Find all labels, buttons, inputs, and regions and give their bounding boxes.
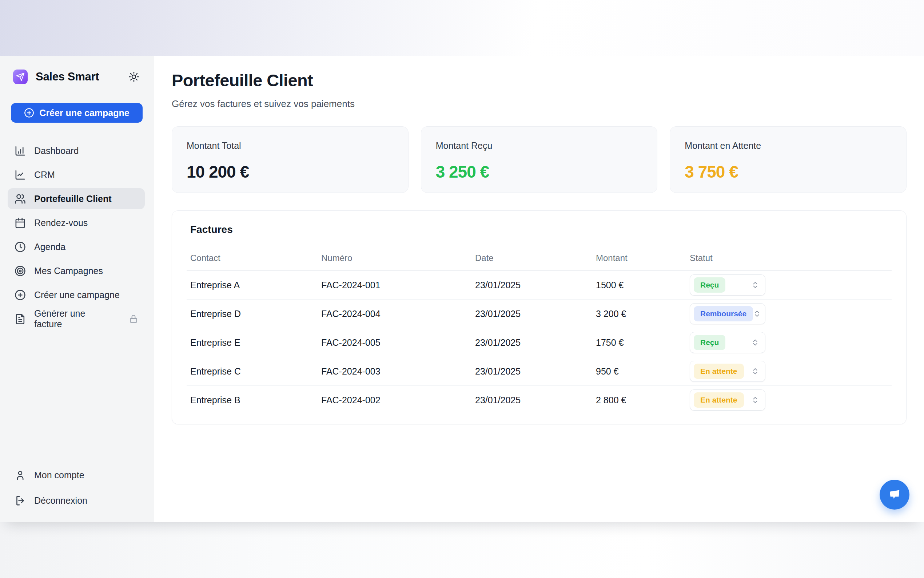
cell-numero: FAC-2024-004	[317, 300, 471, 328]
users-icon	[15, 193, 26, 205]
cell-montant: 950 €	[592, 357, 686, 386]
sidebar-item-mon-compte[interactable]: Mon compte	[8, 464, 145, 485]
plus-circle-icon	[15, 289, 26, 300]
sidebar-item-rendez-vous[interactable]: Rendez-vous	[8, 212, 145, 233]
stat-card-montant-attente: Montant en Attente 3 750 €	[670, 126, 906, 193]
sidebar-item-generer-facture[interactable]: Générer une facture	[8, 308, 145, 330]
chevron-up-down-icon	[751, 338, 759, 346]
status-badge: En attente	[694, 364, 744, 379]
cell-numero: FAC-2024-003	[317, 357, 471, 386]
column-header-statut: Statut	[686, 247, 892, 271]
calendar-icon	[15, 217, 26, 229]
invoices-title: Factures	[187, 224, 892, 235]
stat-value: 10 200 €	[187, 162, 393, 182]
sidebar-item-creer-campagne[interactable]: Créer une campagne	[8, 284, 145, 305]
cell-statut: Remboursée	[686, 300, 892, 328]
table-row: Entreprise C FAC-2024-003 23/01/2025 950…	[187, 357, 892, 386]
status-badge: En attente	[694, 392, 744, 408]
cell-statut: Reçu	[686, 271, 892, 300]
stat-label: Montant Total	[187, 141, 393, 151]
stat-value: 3 750 €	[685, 162, 892, 182]
sales-smart-logo-icon	[13, 70, 28, 84]
sidebar-item-label: Déconnexion	[34, 495, 87, 506]
stat-value: 3 250 €	[436, 162, 643, 182]
cell-numero: FAC-2024-002	[317, 386, 471, 414]
page-background-top	[0, 0, 924, 56]
sidebar-item-label: Portefeuille Client	[34, 194, 112, 204]
status-select[interactable]: Remboursée	[690, 303, 765, 324]
cell-statut: En attente	[686, 386, 892, 414]
sidebar: Sales Smart Créer une campagne Dashboard	[0, 56, 154, 522]
cell-statut: Reçu	[686, 328, 892, 357]
cell-montant: 1750 €	[592, 328, 686, 357]
table-row: Entreprise A FAC-2024-001 23/01/2025 150…	[187, 271, 892, 300]
sidebar-item-label: Mon compte	[34, 470, 84, 481]
cell-montant: 3 200 €	[592, 300, 686, 328]
sidebar-nav: Dashboard CRM Portefeuille Client Rendez…	[0, 140, 154, 330]
status-select[interactable]: Reçu	[690, 332, 765, 353]
table-row: Entreprise D FAC-2024-004 23/01/2025 3 2…	[187, 300, 892, 328]
cell-date: 23/01/2025	[471, 300, 592, 328]
sidebar-item-agenda[interactable]: Agenda	[8, 236, 145, 257]
stat-card-montant-recu: Montant Reçu 3 250 €	[421, 126, 658, 193]
page-background-bottom	[0, 522, 924, 578]
target-icon	[15, 265, 26, 277]
sidebar-item-mes-campagnes[interactable]: Mes Campagnes	[8, 260, 145, 281]
sidebar-item-portefeuille-client[interactable]: Portefeuille Client	[8, 188, 145, 209]
create-campaign-cta-button[interactable]: Créer une campagne	[11, 103, 142, 123]
create-campaign-cta-label: Créer une campagne	[39, 108, 129, 118]
cell-date: 23/01/2025	[471, 328, 592, 357]
theme-toggle-button[interactable]	[126, 69, 142, 85]
user-icon	[15, 469, 26, 481]
sidebar-item-label: Générer une facture	[34, 308, 112, 330]
table-row: Entreprise E FAC-2024-005 23/01/2025 175…	[187, 328, 892, 357]
status-select[interactable]: Reçu	[690, 274, 765, 295]
cell-date: 23/01/2025	[471, 271, 592, 300]
cell-contact: Entreprise E	[187, 328, 317, 357]
stats-row: Montant Total 10 200 € Montant Reçu 3 25…	[172, 126, 906, 193]
status-select[interactable]: En attente	[690, 390, 765, 411]
table-header-row: Contact Numéro Date Montant Statut	[187, 247, 892, 271]
table-row: Entreprise B FAC-2024-002 23/01/2025 2 8…	[187, 386, 892, 414]
lock-icon	[129, 314, 138, 323]
chevron-up-down-icon	[753, 310, 761, 318]
cell-contact: Entreprise B	[187, 386, 317, 414]
invoices-table: Contact Numéro Date Montant Statut Entre…	[187, 247, 892, 414]
cell-numero: FAC-2024-005	[317, 328, 471, 357]
sun-icon	[128, 71, 139, 82]
chevron-up-down-icon	[751, 396, 759, 404]
cell-montant: 2 800 €	[592, 386, 686, 414]
column-header-date: Date	[471, 247, 592, 271]
brand-name: Sales Smart	[36, 70, 126, 83]
status-badge: Reçu	[694, 335, 725, 350]
invoices-card: Factures Contact Numéro Date Montant Sta…	[172, 210, 906, 424]
chevron-up-down-icon	[751, 367, 759, 375]
sidebar-item-label: Mes Campagnes	[34, 266, 103, 276]
sidebar-item-crm[interactable]: CRM	[8, 164, 145, 185]
brand: Sales Smart	[0, 67, 154, 87]
cell-numero: FAC-2024-001	[317, 271, 471, 300]
plus-circle-icon	[24, 108, 34, 118]
app-window: Sales Smart Créer une campagne Dashboard	[0, 56, 924, 522]
status-badge: Remboursée	[694, 306, 753, 321]
cell-contact: Entreprise C	[187, 357, 317, 386]
invoice-icon	[15, 313, 26, 325]
status-select[interactable]: En attente	[690, 361, 765, 382]
sidebar-item-dashboard[interactable]: Dashboard	[8, 140, 145, 161]
main-content: Portefeuille Client Gérez vos factures e…	[154, 56, 924, 522]
sidebar-item-deconnexion[interactable]: Déconnexion	[8, 490, 145, 511]
sidebar-item-label: Agenda	[34, 242, 65, 252]
chat-bubble-icon	[887, 487, 902, 502]
cell-contact: Entreprise A	[187, 271, 317, 300]
page-title: Portefeuille Client	[172, 70, 906, 90]
clock-icon	[15, 241, 26, 253]
cell-contact: Entreprise D	[187, 300, 317, 328]
column-header-numero: Numéro	[317, 247, 471, 271]
sidebar-item-label: Dashboard	[34, 146, 79, 156]
column-header-contact: Contact	[187, 247, 317, 271]
chat-widget-button[interactable]	[880, 480, 909, 510]
sidebar-footer: Mon compte Déconnexion	[0, 464, 154, 522]
sidebar-item-label: Créer une campagne	[34, 290, 120, 300]
stat-label: Montant Reçu	[436, 141, 643, 151]
cell-statut: En attente	[686, 357, 892, 386]
